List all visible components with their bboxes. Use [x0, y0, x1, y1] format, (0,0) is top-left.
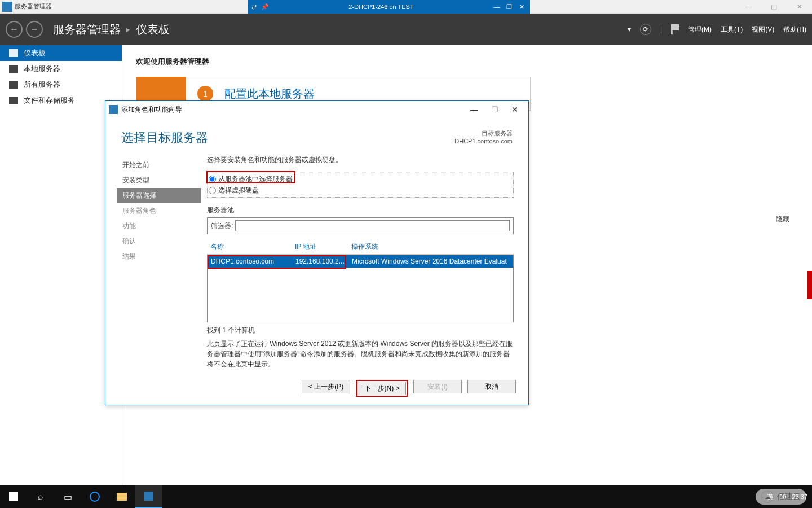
wizard-min-button[interactable]: — — [469, 105, 480, 114]
filter-input[interactable] — [235, 220, 510, 231]
outer-close-button[interactable]: ✕ — [787, 0, 812, 14]
breadcrumb-app[interactable]: 服务器管理器 — [53, 22, 121, 37]
server-table: 名称 IP 地址 操作系统 DHCP1.contoso.com 192.168.… — [207, 240, 514, 322]
radio-group: 从服务器池中选择服务器 选择虚拟硬盘 — [207, 172, 514, 198]
dest-label: 目标服务器 — [454, 129, 513, 138]
toolbar: ← → 服务器管理器 ▸ 仪表板 ▾ ⟳ | 管理(M) 工具(T) 视图(V)… — [0, 14, 812, 45]
cell-name: DHCP1.contoso.com — [211, 257, 295, 265]
menu-view[interactable]: 视图(V) — [752, 25, 774, 34]
taskview-button[interactable]: ▭ — [54, 485, 81, 508]
vm-titlebar: ⇄ 📌 2-DHCP1-246 on TEST — ❐ ✕ — [248, 0, 530, 14]
vm-pin-icon[interactable]: 📌 — [259, 3, 271, 11]
breadcrumb: 服务器管理器 ▸ 仪表板 — [53, 22, 170, 37]
wizard-dialog: 添加角色和功能向导 — ☐ ✕ 选择目标服务器 目标服务器 DHCP1.cont… — [105, 100, 529, 405]
step-number: 1 — [197, 86, 213, 102]
explain-text: 此页显示了正在运行 Windows Server 2012 或更新版本的 Win… — [207, 339, 514, 369]
table-row[interactable]: DHCP1.contoso.com 192.168.100.2... Micro… — [208, 255, 513, 268]
step-features[interactable]: 功能 — [117, 218, 201, 234]
vm-name: 2-DHCP1-246 on TEST — [271, 3, 492, 10]
wizard-instruction: 选择要安装角色和功能的服务器或虚拟硬盘。 — [207, 155, 514, 165]
red-edge-marker — [807, 271, 812, 299]
wizard-icon — [109, 105, 118, 114]
step-type[interactable]: 安装类型 — [117, 173, 201, 188]
sidebar-item-all[interactable]: 所有服务器 — [0, 77, 122, 93]
table-header: 名称 IP 地址 操作系统 — [207, 240, 514, 255]
search-button[interactable]: ⌕ — [27, 485, 54, 508]
step-roles[interactable]: 服务器角色 — [117, 203, 201, 218]
pool-label: 服务器池 — [207, 205, 514, 215]
next-button[interactable]: 下一步(N) > — [358, 382, 406, 395]
wizard-buttons: < 上一步(P) 下一步(N) > 安装(I) 取消 — [302, 380, 516, 397]
wizard-dest: 目标服务器 DHCP1.contoso.com — [454, 129, 513, 146]
welcome-text: 欢迎使用服务器管理器 — [136, 56, 798, 67]
wizard-titlebar[interactable]: 添加角色和功能向导 — ☐ ✕ — [105, 101, 528, 118]
toolbar-sep: | — [660, 25, 662, 33]
menu-manage[interactable]: 管理(M) — [688, 25, 712, 34]
dest-server: DHCP1.contoso.com — [454, 138, 513, 144]
taskbar: ⌕ ▭ 英 20 23:37 — [0, 485, 812, 508]
ie-icon — [90, 492, 100, 502]
next-highlight: 下一步(N) > — [356, 380, 408, 397]
filter-label: 筛选器: — [211, 221, 233, 231]
col-os[interactable]: 操作系统 — [351, 242, 510, 252]
windows-icon — [9, 492, 18, 501]
file-icon — [9, 97, 18, 104]
config-link[interactable]: 配置此本地服务器 — [224, 86, 315, 102]
breadcrumb-page[interactable]: 仪表板 — [136, 22, 170, 37]
start-button[interactable] — [0, 485, 27, 508]
cancel-button[interactable]: 取消 — [467, 380, 516, 393]
radio-vhd-label: 选择虚拟硬盘 — [218, 186, 259, 195]
vm-restore-button[interactable]: ❐ — [504, 3, 514, 11]
explorer-button[interactable] — [108, 485, 135, 508]
outer-min-button[interactable]: — — [736, 0, 761, 14]
menu-tools[interactable]: 工具(T) — [721, 25, 743, 34]
hide-link[interactable]: 隐藏 — [776, 214, 789, 224]
step-result[interactable]: 结果 — [117, 249, 201, 264]
servermgr-icon — [144, 492, 153, 501]
step-confirm[interactable]: 确认 — [117, 234, 201, 249]
sidebar-item-file[interactable]: 文件和存储服务▸ — [0, 93, 122, 108]
radio-pool[interactable]: 从服务器池中选择服务器 — [209, 173, 510, 185]
cell-os: Microsoft Windows Server 2016 Datacenter… — [352, 257, 510, 265]
server-icon — [9, 65, 18, 73]
col-name[interactable]: 名称 — [210, 242, 295, 252]
sidebar: 仪表板 本地服务器 所有服务器 文件和存储服务▸ — [0, 45, 122, 108]
wizard-close-button[interactable]: ✕ — [509, 105, 520, 114]
sidebar-item-local[interactable]: 本地服务器 — [0, 61, 122, 77]
outer-max-button[interactable]: ▢ — [761, 0, 787, 14]
chevron-right-icon: ▸ — [126, 25, 130, 34]
vm-sync-icon[interactable]: ⇄ — [248, 3, 259, 11]
install-button: 安装(I) — [413, 380, 462, 393]
step-before[interactable]: 开始之前 — [117, 157, 201, 173]
table-body[interactable]: DHCP1.contoso.com 192.168.100.2... Micro… — [207, 255, 514, 322]
toolbar-dropdown-icon[interactable]: ▾ — [628, 25, 631, 33]
wizard-max-button[interactable]: ☐ — [489, 105, 500, 114]
dashboard-icon — [9, 49, 18, 57]
ie-button[interactable] — [81, 485, 108, 508]
vm-close-button[interactable]: ✕ — [517, 3, 527, 11]
servers-icon — [9, 81, 18, 89]
wizard-heading: 选择目标服务器 — [121, 129, 208, 146]
col-ip[interactable]: IP 地址 — [295, 242, 351, 252]
nav-back-button[interactable]: ← — [6, 21, 23, 38]
prev-button[interactable]: < 上一步(P) — [302, 380, 350, 393]
servermgr-button[interactable] — [135, 485, 162, 508]
watermark-text: 亿速云 — [777, 492, 801, 502]
menu-help[interactable]: 帮助(H) — [783, 25, 806, 34]
step-select[interactable]: 服务器选择 — [117, 188, 201, 203]
sidebar-item-label: 本地服务器 — [24, 64, 60, 74]
refresh-icon[interactable]: ⟳ — [640, 24, 651, 35]
sidebar-item-dashboard[interactable]: 仪表板 — [0, 45, 122, 61]
nav-fwd-button[interactable]: → — [26, 21, 43, 38]
sidebar-item-label: 文件和存储服务 — [24, 95, 75, 106]
flag-icon[interactable] — [671, 24, 679, 34]
watermark: ☁ 亿速云 — [756, 489, 806, 505]
radio-pool-label: 从服务器池中选择服务器 — [218, 174, 293, 184]
filter-box: 筛选器: — [207, 217, 514, 234]
radio-vhd[interactable]: 选择虚拟硬盘 — [209, 185, 510, 196]
wizard-title-text: 添加角色和功能向导 — [121, 105, 182, 115]
radio-pool-input[interactable] — [209, 176, 216, 183]
vm-min-button[interactable]: — — [492, 3, 502, 11]
folder-icon — [117, 493, 127, 501]
radio-vhd-input[interactable] — [209, 187, 216, 194]
